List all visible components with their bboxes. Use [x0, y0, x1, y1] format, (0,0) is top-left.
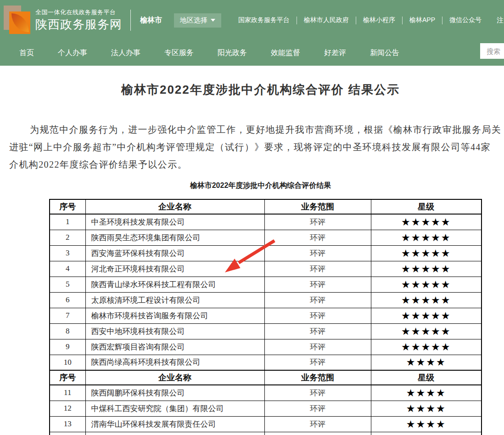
table-row: 10陕西尚绿高科环境科技有限公司环评★★★★ — [50, 355, 482, 370]
current-city-label: 榆林市 — [140, 16, 162, 25]
row-number: 2 — [50, 230, 85, 245]
column-header-no: 序号 — [50, 370, 85, 385]
register-link[interactable]: 注册 — [497, 16, 504, 25]
table-row: 8西安中地环境科技有限公司环评★★★★★ — [50, 323, 482, 339]
company-name: 西安中地环境科技有限公司 — [85, 323, 264, 339]
nav-item-3[interactable]: 法人办事 — [111, 48, 140, 58]
site-header: 全国一体化在线政务服务平台 陕西政务服务网 榆林市 地区选择 国家政务服务平台榆… — [0, 0, 504, 66]
star-rating: ★★★★ — [371, 416, 482, 432]
company-name: 陕西雨昊生态环境集团有限公司 — [85, 230, 264, 245]
business-scope: 环评 — [264, 339, 371, 355]
table-row: 9陕西宏辉项目咨询有限公司环评★★★★★ — [50, 339, 482, 355]
row-number: 4 — [50, 261, 85, 277]
paragraph-line-2: 进驻“网上中介服务超市”中介机构考评管理规定（试行）》要求，现将评定的中圣环境科… — [9, 138, 504, 156]
table-row: 11陕西阔鹏环保科技有限公司环评★★★★ — [50, 385, 482, 401]
document-area: 榆林市2022年度涉批中介机构综合评价 结果公示 为规范中介服务行为，进一步强化… — [0, 82, 504, 435]
caret-down-icon — [211, 19, 215, 22]
business-scope: 环评 — [264, 401, 371, 416]
column-header-scope: 业务范围 — [264, 199, 371, 214]
column-header-name: 企业名称 — [85, 370, 264, 385]
nav-item-4[interactable]: 专区服务 — [164, 48, 194, 58]
company-name: 中圣环境科技发展有限公司 — [85, 214, 264, 230]
star-rating: ★★★★ — [371, 385, 482, 401]
top-links: 国家政务服务平台榆林市人民政府榆林小程序榆林APP微信公众号 — [231, 16, 488, 24]
row-number: 9 — [50, 339, 85, 355]
page-title: 榆林市2022年度涉批中介机构综合评价 结果公示 — [0, 82, 504, 98]
nav-item-1[interactable]: 首页 — [19, 48, 34, 58]
table-row: 2陕西雨昊生态环境集团有限公司环评★★★★★ — [50, 230, 482, 245]
empty-cell — [371, 432, 482, 435]
nav-item-5[interactable]: 阳光政务 — [218, 48, 247, 58]
business-scope: 环评 — [264, 230, 371, 245]
row-number: 3 — [50, 245, 85, 261]
search-box — [480, 43, 504, 59]
business-scope: 环评 — [264, 292, 371, 308]
column-header-stars: 星级 — [371, 370, 482, 385]
company-name: 陕西尚绿高科环境科技有限公司 — [85, 355, 264, 370]
row-number: 1 — [50, 214, 85, 230]
region-select-label: 地区选择 — [180, 16, 207, 25]
business-scope: 环评 — [264, 355, 371, 370]
business-scope: 环评 — [264, 214, 371, 230]
top-link-1[interactable]: 国家政务服务平台 — [231, 16, 297, 24]
announcement-paragraph: 为规范中介服务行为，进一步强化中介监管工作，更好地提升我市营商环境，根据《榆林市… — [0, 121, 504, 173]
nav-item-7[interactable]: 好差评 — [324, 48, 346, 58]
paragraph-line-1: 为规范中介服务行为，进一步强化中介监管工作，更好地提升我市营商环境，根据《榆林市… — [9, 121, 504, 138]
business-scope: 环评 — [264, 277, 371, 292]
business-scope: 环评 — [264, 323, 371, 339]
paragraph-line-3: 介机构2022年度综合评价结果予以公示。 — [9, 156, 504, 173]
company-name: 陕西阔鹏环保科技有限公司 — [85, 385, 264, 401]
table-row: 1中圣环境科技发展有限公司环评★★★★★ — [50, 214, 482, 230]
column-header-stars: 星级 — [371, 199, 482, 214]
top-link-4[interactable]: 榆林APP — [403, 16, 442, 24]
table-caption: 榆林市2022年度涉批中介机构综合评价结果 — [0, 181, 504, 191]
table-header-row: 序号企业名称业务范围星级 — [50, 199, 482, 214]
nav-item-8[interactable]: 新闻公告 — [370, 48, 399, 58]
empty-cell — [50, 432, 85, 435]
table-row: 7榆林市环境科技咨询服务有限公司环评★★★★★ — [50, 308, 482, 323]
logo-front-square — [9, 11, 30, 34]
row-number: 11 — [50, 385, 85, 401]
row-number: 6 — [50, 292, 85, 308]
star-rating: ★★★★★ — [371, 214, 482, 230]
header-top-row: 全国一体化在线政务服务平台 陕西政务服务网 榆林市 地区选择 国家政务服务平台榆… — [0, 0, 504, 40]
table-row: 5陕西青山绿水环保科技工程有限公司环评★★★★★ — [50, 277, 482, 292]
business-scope: 环评 — [264, 385, 371, 401]
logo-leaf-icon — [11, 13, 29, 32]
table-row: 4河北奇正环境科技有限公司环评★★★★★ — [50, 261, 482, 277]
star-rating: ★★★★★ — [371, 261, 482, 277]
nav-item-6[interactable]: 效能监督 — [271, 48, 300, 58]
star-rating: ★★★★ — [371, 401, 482, 416]
table-row: 6太原核清环境工程设计有限公司环评★★★★★ — [50, 292, 482, 308]
region-select-button[interactable]: 地区选择 — [174, 13, 221, 28]
column-header-no: 序号 — [50, 199, 85, 214]
star-rating: ★★★★★ — [371, 230, 482, 245]
empty-cell — [264, 432, 371, 435]
top-link-2[interactable]: 榆林市人民政府 — [297, 16, 356, 24]
star-rating: ★★★★★ — [371, 308, 482, 323]
search-input[interactable] — [480, 43, 504, 59]
nav-item-2[interactable]: 个人办事 — [58, 48, 87, 58]
row-number: 13 — [50, 416, 85, 432]
company-name: 西安海蓝环保科技有限公司 — [85, 245, 264, 261]
row-number: 12 — [50, 401, 85, 416]
company-name: 榆林市环境科技咨询服务有限公司 — [85, 308, 264, 323]
column-header-scope: 业务范围 — [264, 370, 371, 385]
rating-table: 序号企业名称业务范围星级1中圣环境科技发展有限公司环评★★★★★2陕西雨昊生态环… — [49, 199, 482, 435]
company-name: 渭南华山环保科技发展有限责任公司 — [85, 416, 264, 432]
business-scope: 环评 — [264, 416, 371, 432]
table-header-row: 序号企业名称业务范围星级 — [50, 370, 482, 385]
company-name: 太原核清环境工程设计有限公司 — [85, 292, 264, 308]
site-logo-icon — [4, 6, 31, 35]
top-link-5[interactable]: 微信公众号 — [442, 16, 488, 24]
platform-tagline: 全国一体化在线政务服务平台 — [35, 9, 122, 16]
empty-cell — [85, 432, 264, 435]
star-rating: ★★★★★ — [371, 339, 482, 355]
top-link-3[interactable]: 榆林小程序 — [356, 16, 402, 24]
company-name: 陕西宏辉项目咨询有限公司 — [85, 339, 264, 355]
brand: 全国一体化在线政务服务平台 陕西政务服务网 — [35, 9, 122, 32]
table-row-partial — [50, 432, 482, 435]
header-divider — [130, 10, 131, 31]
row-number: 8 — [50, 323, 85, 339]
star-rating: ★★★★★ — [371, 245, 482, 261]
